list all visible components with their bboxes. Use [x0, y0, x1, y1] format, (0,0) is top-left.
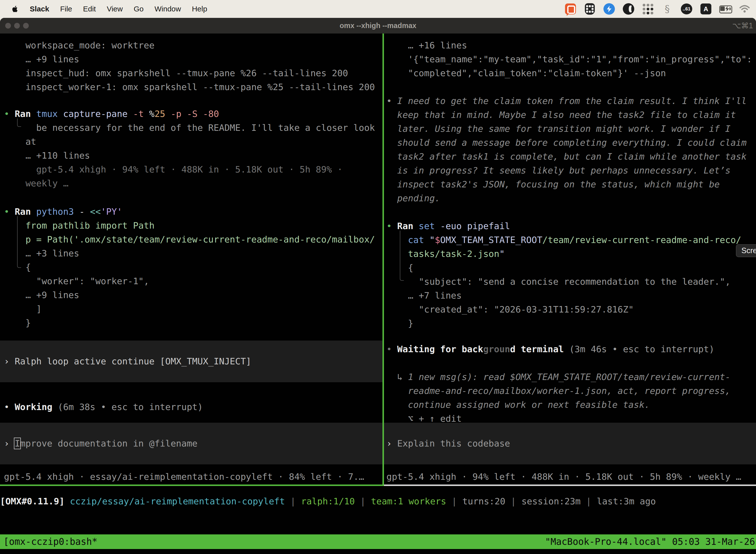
battery-icon[interactable] — [719, 3, 731, 15]
pane-right[interactable]: … +16 lines '{"team_name":"my-team","tas… — [384, 34, 756, 485]
window-title-bar[interactable]: omx --xhigh --madmax ⌥⌘1 — [0, 18, 756, 34]
shield-grid-icon[interactable] — [584, 3, 596, 15]
overlay-tooltip: Scre — [736, 244, 756, 257]
log-json-tail: … +16 lines '{"team_name":"my-team","tas… — [384, 39, 756, 80]
menu-item-view[interactable]: View — [107, 5, 123, 13]
terminal-line: • Ran python3 - <<'PY' — [0, 205, 382, 219]
terminal-line: later. Using the same for transition mig… — [384, 122, 756, 136]
terminal-line: "completed","claim_token":"claim-token"}… — [384, 66, 756, 80]
terminal-line: • Working (6m 38s • esc to interrupt) — [0, 400, 382, 414]
omx-status-line: [OMX#0.11.9] cczip/essay/ai-reimplementa… — [0, 494, 656, 508]
below-bar-strip — [0, 549, 756, 554]
log-cat-command: • Ran set -euo pipefail cat "$OMX_TEAM_S… — [384, 219, 756, 330]
terminal-line: pending. — [384, 191, 756, 205]
terminal-line: readme-and-reco/mailbox/worker-1.json, a… — [384, 384, 756, 398]
terminal-line: "subject": "send a concise recommendatio… — [384, 275, 756, 289]
terminal-line: gpt-5.4 xhigh · 94% left · 488K in · 5.1… — [0, 163, 382, 176]
terminal-line: • I need to get the claim token from the… — [384, 94, 756, 108]
squiggle-icon[interactable]: § — [661, 3, 673, 15]
terminal-line: be necessary for the end of the README. … — [0, 121, 382, 135]
window-shortcut-hint: ⌥⌘1 — [732, 18, 753, 34]
menu-app-name[interactable]: Slack — [30, 5, 49, 13]
menu-item-edit[interactable]: Edit — [83, 5, 96, 13]
terminal-line: p = Path('.omx/state/team/review-current… — [0, 233, 382, 246]
chat-icon[interactable] — [565, 3, 576, 15]
menu-item-file[interactable]: File — [60, 5, 72, 13]
log-python-command: • Ran python3 - <<'PY' from pathlib impo… — [0, 205, 382, 330]
window-title: omx --xhigh --madmax — [0, 18, 756, 34]
prompt-input-right[interactable]: › Explain this codebase — [384, 423, 756, 464]
apple-menu-icon[interactable] — [11, 4, 20, 14]
prompt-input-left[interactable]: › Improve documentation in @filename — [0, 423, 382, 464]
terminal-line: at — [0, 135, 382, 149]
terminal-line: • Ran set -euo pipefail — [384, 219, 756, 233]
pane-left[interactable]: workspace_mode: worktree … +9 lines insp… — [0, 34, 382, 485]
log-intro: workspace_mode: worktree … +9 lines insp… — [0, 39, 382, 94]
terminal-line: … +9 lines — [0, 52, 382, 66]
terminal-line: '{"team_name":"my-team","task_id":"1","f… — [384, 52, 756, 66]
input-source-icon[interactable]: A — [700, 3, 712, 15]
menu-bar: Slack File Edit View Go Window Help § ..… — [0, 0, 756, 18]
wifi-icon[interactable] — [739, 3, 751, 15]
terminal-line: [OMX#0.11.9] cczip/essay/ai-reimplementa… — [0, 494, 656, 508]
thinking-paragraph: • I need to get the claim token from the… — [384, 94, 756, 205]
terminal-line: › Improve documentation in @filename — [0, 437, 197, 450]
terminal-line: continue assigned work or next feasible … — [384, 398, 756, 412]
menu-item-help[interactable]: Help — [192, 5, 207, 13]
terminal-line: workspace_mode: worktree — [0, 39, 382, 52]
terminal-line: inspect task2's JSON, focusing on the st… — [384, 177, 756, 191]
terminal-line: should send a message before completing … — [384, 136, 756, 150]
terminal-line: inspect_worker-1: omx sparkshell --tmux-… — [0, 80, 382, 94]
terminal-line: "created_at": "2026-03-31T11:59:27.816Z" — [384, 302, 756, 317]
terminal-line: "worker": "worker-1", — [0, 274, 382, 288]
terminal-line: … +16 lines — [384, 39, 756, 52]
crescent-icon[interactable] — [623, 3, 634, 15]
terminal-line: weekly … — [0, 176, 382, 190]
terminal-line: keep that in mind. Maybe I also need the… — [384, 108, 756, 122]
terminal-line: gpt-5.4 xhigh · 94% left · 488K in · 5.1… — [384, 470, 756, 484]
tmux-status-bar: [omx-cczip0:bash* "MacBook-Pro-44.local"… — [0, 535, 756, 549]
terminal-line: ] — [0, 302, 382, 316]
terminal-line: is in progress? It seems likely but perh… — [384, 164, 756, 177]
terminal-line: … +7 lines — [384, 289, 756, 302]
terminal-line: task2 after task1 is complete, but can I… — [384, 150, 756, 164]
terminal-line: ↳ 1 new msg(s): read $OMX_TEAM_STATE_ROO… — [384, 370, 756, 384]
terminal-line: … +110 lines — [0, 149, 382, 163]
menu-item-window[interactable]: Window — [154, 5, 181, 13]
terminal-line: inspect_hud: omx sparkshell --tmux-pane … — [0, 66, 382, 80]
desktop: { "menu_bar": { "app_name": "Slack", "me… — [0, 0, 756, 554]
terminal-line: › Explain this codebase — [384, 437, 510, 450]
tmux-host-clock: "MacBook-Pro-44.local" 05:03 31-Mar-26 — [545, 535, 755, 549]
terminal-line: … +9 lines — [0, 288, 382, 302]
terminal-line: › Ralph loop active continue [OMX_TMUX_I… — [0, 354, 251, 368]
working-status: • Working (6m 38s • esc to interrupt) — [0, 400, 382, 414]
menu-item-go[interactable]: Go — [134, 5, 144, 13]
terminal-window: omx --xhigh --madmax ⌥⌘1 workspace_mode:… — [0, 18, 756, 554]
terminal-line: • Ran tmux capture-pane -t %25 -p -S -80 — [0, 107, 382, 121]
count-badge-icon[interactable]: ..61 — [681, 3, 693, 15]
terminal-line: tasks/task-2.json" — [384, 247, 756, 261]
terminal-line: • Waiting for background terminal (3m 46… — [384, 342, 756, 356]
terminal-line: gpt-5.4 xhigh · essay/ai-reimplementatio… — [0, 470, 382, 484]
omx-status-area: [OMX#0.11.9] cczip/essay/ai-reimplementa… — [0, 486, 756, 535]
terminal-line: { — [384, 261, 756, 275]
bolt-badge-icon[interactable] — [603, 3, 615, 15]
terminal-line: } — [384, 317, 756, 330]
waiting-status: • Waiting for background terminal (3m 46… — [384, 342, 756, 426]
session-status-left: gpt-5.4 xhigh · essay/ai-reimplementatio… — [0, 470, 382, 484]
terminal-line: cat "$OMX_TEAM_STATE_ROOT/team/review-cu… — [384, 233, 756, 247]
terminal-line: … +3 lines — [0, 246, 382, 260]
menu-status-icons: § ..61 A — [565, 3, 751, 15]
ralph-banner: › Ralph loop active continue [OMX_TMUX_I… — [0, 340, 382, 382]
terminal-line: from pathlib import Path — [0, 219, 382, 233]
terminal-line: } — [0, 316, 382, 330]
tmux-session-name[interactable]: [omx-cczip0:bash* — [3, 535, 98, 549]
terminal-line: { — [0, 260, 382, 274]
terminal-line — [384, 356, 756, 370]
session-status-right: gpt-5.4 xhigh · 94% left · 488K in · 5.1… — [384, 470, 756, 484]
dots-grid-icon[interactable] — [642, 3, 654, 15]
log-tmux-command: • Ran tmux capture-pane -t %25 -p -S -80… — [0, 107, 382, 190]
terminal-content: workspace_mode: worktree … +9 lines insp… — [0, 34, 756, 486]
